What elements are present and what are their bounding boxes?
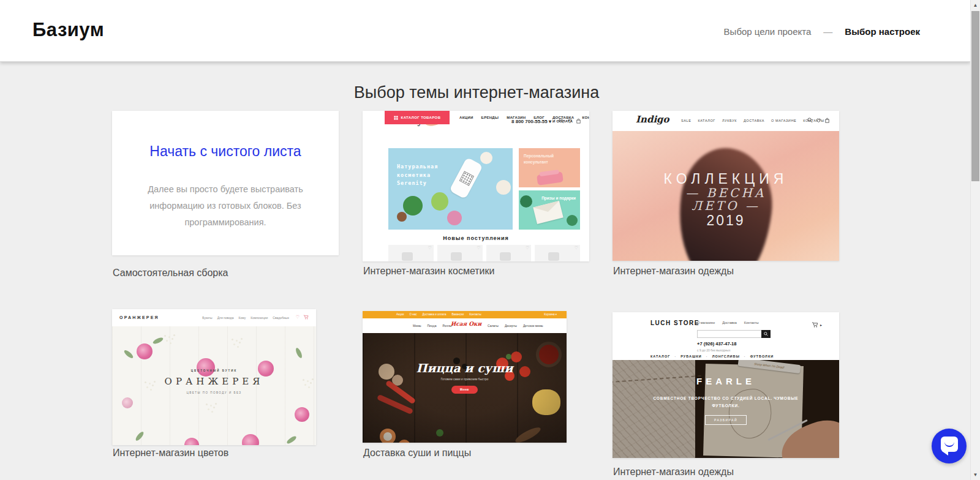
theme-card-pizza-sushi[interactable]: Акции О нас Доставка и оплата Вакансии К…: [363, 311, 567, 443]
luch-hours: с 9 до 20 без выходных: [697, 348, 730, 352]
menu-item: Контакты: [469, 313, 481, 316]
menu-item: ФУТБОЛКИ: [744, 354, 774, 358]
menu-item: Салаты: [488, 324, 499, 328]
product-tile: ♡: [437, 245, 483, 261]
menu-item: Свадебные: [273, 316, 289, 320]
bazium-logo[interactable]: Базиум: [32, 19, 104, 41]
chat-widget-button[interactable]: [932, 429, 967, 463]
orangery-header-icons: ♡: [296, 315, 309, 320]
cart-icon: [812, 322, 818, 328]
theme-label-clothes-2: Интернет-магазин одежды: [613, 467, 734, 478]
serenity-menu: АКЦИИ БРЕНДЫ МАГАЗИН БЛОГ ДОСТАВКА И ОПЛ…: [459, 116, 589, 123]
menu-item: Кому: [239, 316, 246, 320]
luch-hero-text: FEARLE СОВМЕСТНОЕ ТВОРЧЕСТВО СО СТУДИЕЙ …: [612, 376, 839, 425]
orangery-menu: Букеты Для повода Кому Композиции Свадеб…: [202, 316, 289, 320]
pizza-cart-label: Корзина ▾: [544, 313, 557, 316]
theme-card-clothes-indigo[interactable]: Indigo SALE КАТАЛОГ ЛУКБУК ДОСТАВКА О МА…: [612, 111, 839, 261]
serenity-hero: Натуральная косметика Serenity Персональ…: [388, 148, 580, 230]
theme-card-clothes-luch[interactable]: LUCH STORE О магазине Доставка Контакты …: [612, 312, 839, 458]
serenity-promo-prizes: Призы и подарки: [519, 190, 580, 230]
luch-cta-button: РАЗБИРАЙ: [705, 415, 747, 425]
menu-item: Десерты: [505, 324, 517, 328]
pizza-nav-left: Меню Пицца Роллы: [413, 324, 452, 328]
flower-graphic: [480, 152, 492, 164]
luch-hero: Sleep When I'm Dead! FEARLE СОВМЕСТНОЕ Т…: [612, 360, 839, 458]
pizza-navbar: Меню Пицца Роллы Исая Оки Салаты Десерты…: [363, 318, 567, 333]
blank-card-description: Далее вы просто будете выстраивать инфор…: [134, 181, 317, 230]
plant-graphic: [403, 196, 423, 216]
pizza-hero-subtitle: Готовим сами и привозим быстро: [363, 377, 567, 381]
caret-icon: ▸: [820, 323, 822, 327]
menu-item: РУБАШКИ: [674, 354, 701, 358]
heart-icon: ♡: [428, 246, 431, 250]
leaf-graphic: [123, 349, 134, 359]
pizza-nav-right: Салаты Десерты Детское меню: [488, 324, 543, 328]
step-settings: Выбор настроек: [845, 26, 920, 37]
menu-item: КАТАЛОГ: [698, 119, 715, 122]
orangery-tagline-top: ЦВЕТОЧНЫЙ БУТИК: [112, 369, 316, 372]
orangery-logo: ОРАНЖЕРЕЯ: [119, 315, 159, 320]
theme-card-blank[interactable]: Начать с чистого листа Далее вы просто б…: [112, 111, 339, 255]
luch-cart: ▸: [812, 322, 822, 328]
search-icon: [764, 332, 768, 336]
page-scrollbar[interactable]: ▲ ▼: [970, 0, 980, 480]
orangery-hero-title: ОРАНЖЕРЕЯ: [112, 376, 316, 387]
heart-icon: ♡: [477, 246, 480, 250]
page-title: Выбор темы интернет-магазина: [112, 83, 841, 102]
bag-icon: [824, 118, 830, 123]
menu-item: ДОСТАВКА И ОПЛАТА: [552, 116, 574, 123]
scroll-down-arrow[interactable]: ▼: [971, 470, 980, 480]
babys-breath-graphic: [168, 336, 170, 338]
product-tile: ♡: [388, 245, 434, 261]
orangery-hero-text: ЦВЕТОЧНЫЙ БУТИК ОРАНЖЕРЕЯ ЦВЕТЫ ПО ПОВОД…: [112, 369, 316, 394]
product-tile: ♡: [486, 245, 532, 261]
theme-label-self-assembly: Самостоятельная сборка: [113, 268, 228, 279]
menu-item: Доставка и оплата: [423, 313, 447, 316]
pizza-topbar: Акции О нас Доставка и оплата Вакансии К…: [363, 311, 567, 318]
menu-item: АКЦИИ: [459, 116, 473, 123]
scroll-up-arrow[interactable]: ▲: [971, 0, 980, 10]
serenity-section-title: Новые поступления: [363, 235, 589, 241]
heart-icon: [816, 118, 821, 123]
promo-consultant-label: Персональный консультант: [524, 153, 557, 165]
menu-item: БРЕНДЫ: [481, 116, 499, 123]
pizza-topbar-menu: Акции О нас Доставка и оплата Вакансии К…: [396, 313, 481, 316]
flower-graphic: [137, 343, 153, 359]
menu-item: ЛОНГСЛИВЫ: [706, 354, 740, 358]
orangery-tagline-bottom: ЦВЕТЫ ПО ПОВОДУ И БЕЗ: [112, 391, 316, 394]
indigo-menu: SALE КАТАЛОГ ЛУКБУК ДОСТАВКА О МАГАЗИНЕ …: [681, 119, 824, 122]
menu-item: Пицца: [428, 324, 437, 328]
theme-card-cosmetics[interactable]: Serenity 8 800 700-55-55 ▾ КАТАЛОГ ТОВАР…: [363, 111, 589, 261]
menu-item: Для повода: [217, 316, 234, 320]
pizza-hero-text: Пицца и суши Готовим сами и привозим быс…: [363, 361, 567, 394]
luch-hero-title: FEARLE: [612, 376, 839, 386]
step-project-goal[interactable]: Выбор цели проекта: [724, 26, 812, 37]
menu-item: ЛУКБУК: [722, 119, 737, 122]
plant-graphic: [567, 215, 578, 226]
product-tile: ♡: [535, 245, 580, 261]
wizard-steps: Выбор цели проекта — Выбор настроек: [724, 26, 920, 37]
menu-item: О МАГАЗИНЕ: [771, 119, 796, 122]
luch-nav: КАТАЛОГ РУБАШКИ ЛОНГСЛИВЫ ФУТБОЛКИ: [650, 354, 774, 358]
plant-graphic: [520, 195, 532, 208]
menu-item: КАТАЛОГ: [650, 354, 670, 358]
hero-line: ЛЕТО —: [612, 200, 839, 213]
scrollbar-thumb[interactable]: [971, 11, 979, 181]
indigo-hero: КОЛЛЕКЦИЯ — ВЕСНА ЛЕТО — 2019: [612, 131, 839, 261]
luch-search-button: [761, 330, 771, 338]
menu-item: Акции: [396, 313, 404, 316]
heart-icon: ♡: [575, 246, 578, 250]
menu-item: SALE: [681, 119, 691, 122]
indigo-header-icons: [807, 118, 830, 123]
serenity-catalog-label: КАТАЛОГ ТОВАРОВ: [401, 116, 441, 119]
luch-links: О магазине Доставка Контакты: [697, 321, 759, 324]
indigo-logo: Indigo: [636, 114, 669, 125]
flower-graphic: [295, 407, 309, 422]
heart-icon: ♡: [526, 246, 529, 250]
menu-item: О нас: [410, 313, 417, 316]
leaf-graphic: [295, 347, 303, 359]
theme-card-flowers[interactable]: ОРАНЖЕРЕЯ Букеты Для повода Кому Компози…: [112, 309, 316, 445]
pizza-hero-title: Пицца и суши: [363, 361, 567, 375]
orangery-hero: ЦВЕТОЧНЫЙ БУТИК ОРАНЖЕРЕЯ ЦВЕТЫ ПО ПОВОД…: [112, 326, 316, 445]
leaf-graphic: [286, 435, 298, 444]
